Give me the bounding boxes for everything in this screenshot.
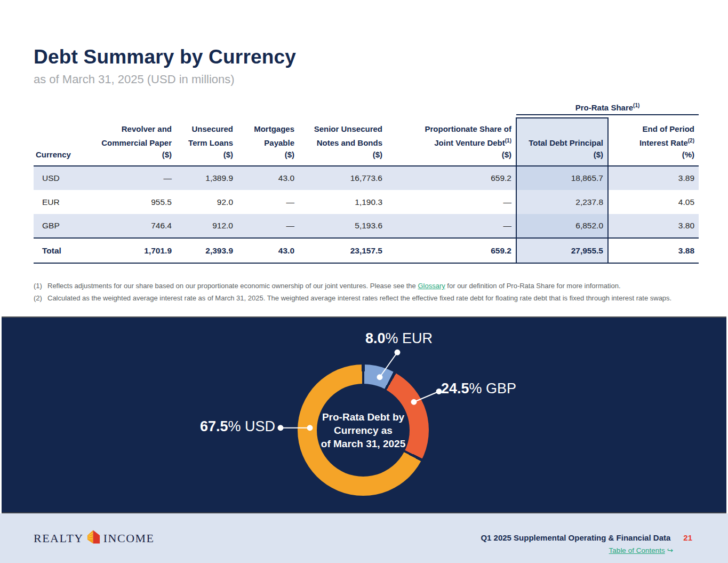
table-cell: 16,773.6: [299, 166, 387, 190]
debt-summary-table: Pro-Rata Share(1) Currency Revolver and …: [34, 102, 699, 264]
page-title: Debt Summary by Currency: [34, 46, 296, 68]
toc-link[interactable]: Table of Contents: [609, 546, 665, 554]
footnotes: (1) Reflects adjustments for our share b…: [34, 281, 697, 305]
table-cell: 659.2: [387, 238, 516, 263]
column-header-senior-unsecured-notes: Senior Unsecured Notes and Bonds($): [299, 118, 387, 166]
table-row-total: Total 1,701.9 2,393.9 43.0 23,157.5 659.…: [34, 238, 699, 263]
realty-income-logo: REALTY INCOME: [34, 529, 155, 548]
callout-line-eur: [378, 350, 400, 379]
chart-label-gbp: 24.5% GBP: [441, 380, 516, 397]
table-row-usd: USD — 1,389.9 43.0 16,773.6 659.2 18,865…: [34, 166, 699, 190]
glossary-link[interactable]: Glossary: [418, 282, 445, 290]
pro-rata-share-header: Pro-Rata Share(1): [516, 102, 699, 115]
table-cell: 746.4: [96, 214, 176, 238]
table-cell: 955.5: [96, 190, 176, 214]
column-header-row: Currency Revolver and Commercial Paper($…: [34, 118, 699, 166]
table-cell: 43.0: [237, 238, 299, 263]
table-cell: 43.0: [237, 166, 299, 190]
footnote-2: (2) Calculated as the weighted average i…: [34, 293, 697, 303]
table-cell: 912.0: [176, 214, 237, 238]
table-cell: EUR: [34, 190, 96, 214]
table-cell: GBP: [34, 214, 96, 238]
table-cell-total-debt: 6,852.0: [516, 214, 608, 238]
table-cell: 2,393.9: [176, 238, 237, 263]
table-cell: 23,157.5: [299, 238, 387, 263]
table-row-gbp: GBP 746.4 912.0 — 5,193.6 — 6,852.0 3.80: [34, 214, 699, 238]
table-cell: Total: [34, 238, 96, 263]
column-header-currency: Currency: [34, 118, 96, 166]
report-title: Q1 2025 Supplemental Operating & Financi…: [481, 533, 670, 542]
table-cell: —: [237, 190, 299, 214]
table-cell: 1,190.3: [299, 190, 387, 214]
page-number: 21: [683, 533, 692, 542]
footer: REALTY INCOME Q1 2025 Supplemental Opera…: [0, 513, 728, 563]
column-header-joint-venture-debt: Proportionate Share of Joint Venture Deb…: [387, 118, 516, 166]
logo-word-income: INCOME: [103, 532, 155, 545]
logo-word-realty: REALTY: [34, 532, 84, 545]
column-header-revolver-commercial-paper: Revolver and Commercial Paper($): [96, 118, 176, 166]
table-cell-total-debt: 2,237.8: [516, 190, 608, 214]
pro-rata-debt-chart-section: Pro-Rata Debt by Currency as of March 31…: [2, 316, 726, 513]
table-cell: 5,193.6: [299, 214, 387, 238]
table-cell: USD: [34, 166, 96, 190]
chart-label-eur: 8.0% EUR: [365, 330, 433, 347]
page-subtitle: as of March 31, 2025 (USD in millions): [34, 73, 235, 86]
realty-income-house-icon: [87, 529, 100, 548]
column-header-mortgages-payable: Mortgages Payable($): [237, 118, 299, 166]
table-row-eur: EUR 955.5 92.0 — 1,190.3 — 2,237.8 4.05: [34, 190, 699, 214]
table-cell: —: [387, 190, 516, 214]
table-cell: 1,701.9: [96, 238, 176, 263]
footer-right: Q1 2025 Supplemental Operating & Financi…: [481, 533, 692, 554]
table-cell: 3.88: [608, 238, 699, 263]
pro-rata-group-row: Pro-Rata Share(1): [34, 102, 699, 118]
table-cell: 659.2: [387, 166, 516, 190]
table-cell-total-debt: 18,865.7: [516, 166, 608, 190]
table-cell: 92.0: [176, 190, 237, 214]
table-cell: —: [387, 214, 516, 238]
callout-lines: [2, 318, 726, 512]
table-cell: 1,389.9: [176, 166, 237, 190]
toc-arrow-icon[interactable]: ↪: [667, 546, 673, 554]
table-cell: 3.89: [608, 166, 699, 190]
table-cell: —: [237, 214, 299, 238]
table-cell: 4.05: [608, 190, 699, 214]
chart-label-usd: 67.5% USD: [191, 418, 275, 435]
callout-line-gbp: [412, 389, 442, 405]
callout-line-usd: [278, 425, 313, 430]
column-header-end-of-period-interest-rate: End of Period Interest Rate(2)(%): [608, 118, 699, 166]
column-header-unsecured-term-loans: Unsecured Term Loans($): [176, 118, 237, 166]
table-cell: —: [96, 166, 176, 190]
table-cell: 3.80: [608, 214, 699, 238]
footnote-1: (1) Reflects adjustments for our share b…: [34, 281, 697, 291]
table-cell-total-debt: 27,955.5: [516, 238, 608, 263]
column-header-total-debt-principal: Total Debt Principal($): [516, 118, 608, 166]
